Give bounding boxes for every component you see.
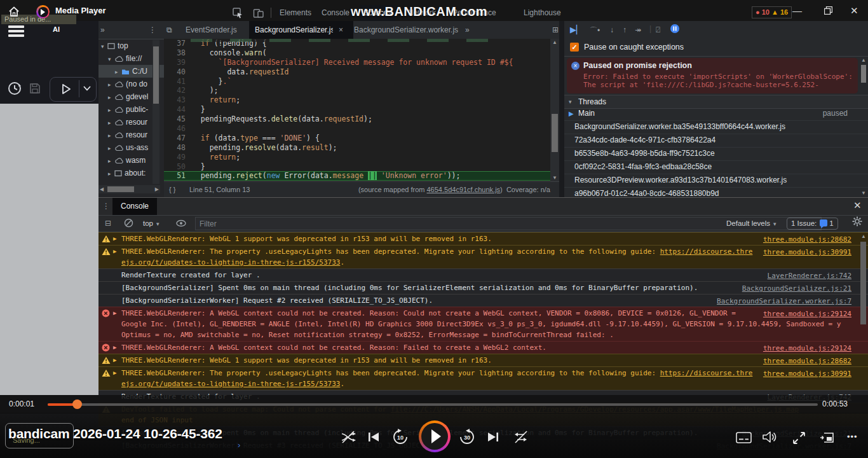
tab-backgroundserializer[interactable]: BackgroundSerializer.js: [249, 21, 343, 39]
caret-open-icon[interactable]: ▾: [101, 40, 107, 52]
console-source-link[interactable]: BackgroundSerializer.js:21: [742, 283, 841, 293]
thread-row[interactable]: Resource3DPreview.worker.a93d13c37b14016…: [564, 174, 868, 188]
seek-track[interactable]: [48, 403, 818, 406]
volume-icon[interactable]: [762, 430, 778, 444]
device-toolbar-icon[interactable]: [253, 8, 264, 18]
console-message[interactable]: ▶three.module.js:28682THREE.WebGLRendere…: [98, 232, 868, 245]
code-line[interactable]: 46: [164, 124, 550, 134]
repeat-off-icon[interactable]: [513, 431, 529, 443]
navigator-scrollbar[interactable]: [153, 40, 159, 184]
log-levels-dropdown[interactable]: Default levels ▼: [726, 216, 777, 232]
expand-caret-icon[interactable]: ▶: [113, 246, 116, 257]
drawer-menu-icon[interactable]: ⋮: [102, 202, 110, 211]
tab-elements[interactable]: Elements: [276, 5, 315, 21]
code-line[interactable]: 43 return;: [164, 95, 550, 105]
caret-closed-icon[interactable]: ▸: [108, 116, 114, 128]
picture-in-picture-icon[interactable]: [819, 431, 834, 444]
issues-counter[interactable]: 1 Issue:1: [787, 218, 838, 230]
code-line[interactable]: 41 }.`: [164, 77, 550, 87]
thread-row[interactable]: BackgroundSerializer.worker.ba35e49133bf…: [564, 120, 868, 134]
caret-closed-icon[interactable]: ▸: [115, 66, 121, 78]
console-source-link[interactable]: three.module.js:29124: [763, 309, 841, 319]
thread-row[interactable]: 72a34cdc-dade-4c4c-971c-cfb3786422a4: [564, 134, 868, 148]
console-message[interactable]: ▶three.module.js:29124THREE.WebGLRendere…: [98, 307, 868, 341]
pause-on-exceptions-icon[interactable]: [670, 24, 680, 34]
console-settings-gear-icon[interactable]: [852, 216, 862, 226]
code-line[interactable]: 49 return;: [164, 153, 550, 162]
console-message[interactable]: ▶three.module.js:30991THREE.WebGLRendere…: [98, 245, 868, 268]
forward-30-icon[interactable]: 30: [458, 429, 476, 445]
code-line[interactable]: 40 data.requestId: [164, 67, 550, 77]
live-expression-eye-icon[interactable]: [176, 219, 186, 228]
nav-menu-icon[interactable]: ⋮: [149, 25, 156, 34]
playlist-panel[interactable]: [0, 104, 98, 395]
subtitles-icon[interactable]: [736, 432, 752, 443]
caret-closed-icon[interactable]: ▸: [108, 104, 114, 116]
chevron-down-icon[interactable]: [83, 85, 92, 92]
console-message[interactable]: BackgroundSerializer.js:21[BackgroundSer…: [98, 281, 868, 294]
history-icon[interactable]: [6, 80, 24, 97]
console-source-link[interactable]: three.module.js:29124: [763, 343, 841, 353]
thread-row[interactable]: b6535e8b-4a63-4998-b5da-ff9c7521c3ce: [564, 147, 868, 161]
step-icon[interactable]: ↠: [635, 25, 641, 34]
previous-icon[interactable]: [367, 431, 380, 443]
tab-lighthouse[interactable]: Lighthouse: [520, 5, 565, 21]
navigator-hscrollbar[interactable]: ◀▶: [98, 185, 160, 193]
console-source-link[interactable]: three.module.js:30991: [763, 368, 841, 378]
step-out-icon[interactable]: ↑: [623, 25, 627, 34]
close-drawer-icon[interactable]: ✕: [853, 200, 862, 211]
resume-script-icon[interactable]: ▶▏: [570, 25, 583, 34]
seek-knob[interactable]: [72, 399, 82, 409]
caret-closed-icon[interactable]: ▸: [108, 167, 114, 179]
save-icon[interactable]: [29, 83, 41, 94]
expand-caret-icon[interactable]: ▶: [113, 233, 116, 244]
inspect-element-icon[interactable]: [233, 8, 243, 18]
code-line[interactable]: 38 console.warn(: [164, 48, 550, 58]
code-line[interactable]: 48 pending.resolve(data.result);: [164, 143, 550, 153]
console-prompt-icon[interactable]: ›: [238, 440, 240, 450]
code-line[interactable]: 39 `[BackgroundSerializer] Received mess…: [164, 58, 550, 67]
code-line[interactable]: 44 }: [164, 105, 550, 114]
console-sidebar-icon[interactable]: ⊟: [105, 219, 111, 228]
issue-badges[interactable]: ● 10 ▲ 16: [752, 6, 792, 18]
tab-console[interactable]: Console: [112, 198, 157, 215]
menu-icon[interactable]: [8, 25, 24, 39]
threads-caret-icon[interactable]: ▾: [569, 95, 572, 108]
close-button[interactable]: ✕: [850, 5, 858, 17]
code-line[interactable]: 45 pendingRequests.delete(data.requestId…: [164, 114, 550, 124]
open-file-icon[interactable]: ⧉: [166, 25, 172, 34]
toggle-debugger-sidebar-icon[interactable]: ⊞: [552, 25, 559, 34]
expand-caret-icon[interactable]: ▶: [113, 308, 116, 319]
caret-closed-icon[interactable]: ▸: [108, 129, 114, 141]
thread-row[interactable]: ▶Mainpaused: [564, 107, 868, 121]
play-icon[interactable]: [60, 83, 72, 95]
caret-closed-icon[interactable]: ▸: [108, 142, 114, 154]
expand-caret-icon[interactable]: ▶: [113, 355, 116, 366]
code-line[interactable]: 51 pending.reject(new Error(data.message…: [164, 171, 550, 181]
thread-row[interactable]: 0cf092c2-5831-4faa-9fc3-edbaa28c58ce: [564, 160, 868, 174]
context-selector[interactable]: top ▼: [143, 216, 160, 232]
console-source-link[interactable]: three.module.js:28682: [763, 234, 841, 244]
thread-row[interactable]: a96b067d-01c2-44a0-8cdc-468531880b9d: [564, 187, 868, 197]
expand-caret-icon[interactable]: ▶: [113, 368, 116, 378]
source-map-link[interactable]: 4654.5d4c91cf.chunk.js: [427, 186, 501, 193]
play-button[interactable]: [419, 420, 451, 452]
console-message[interactable]: BackgroundSerializer.worker.js:7[Backgro…: [98, 294, 868, 307]
console-source-link[interactable]: BackgroundSerializer.worker.js:7: [717, 296, 841, 306]
code-line[interactable]: 47 if (data.type === 'DONE') {: [164, 134, 550, 143]
rewind-10-icon[interactable]: 10: [391, 429, 409, 445]
caret-closed-icon[interactable]: ▸: [108, 78, 114, 90]
step-into-icon[interactable]: ↓: [610, 25, 614, 34]
next-icon[interactable]: [487, 431, 499, 443]
seek-bar[interactable]: 0:00:01 0:00:53: [0, 395, 868, 413]
console-message[interactable]: ▶three.module.js:29124THREE.WebGLRendere…: [98, 341, 868, 354]
console-message[interactable]: ▶three.module.js:28682THREE.WebGLRendere…: [98, 354, 868, 366]
console-source-link[interactable]: three.module.js:30991: [763, 247, 841, 257]
console-message[interactable]: LayerRenderer.js:742RenderTexture create…: [98, 268, 868, 281]
console-source-link[interactable]: three.module.js:28682: [763, 356, 841, 366]
pause-on-caught-row[interactable]: ✓ Pause on caught exceptions: [564, 39, 868, 57]
code-line[interactable]: 50 }: [164, 162, 550, 172]
restore-button[interactable]: [824, 6, 832, 15]
code-editor[interactable]: 37 if (!pending) {38 console.warn(39 `[B…: [164, 39, 550, 181]
deactivate-breakpoints-icon[interactable]: ⍁: [656, 25, 660, 34]
